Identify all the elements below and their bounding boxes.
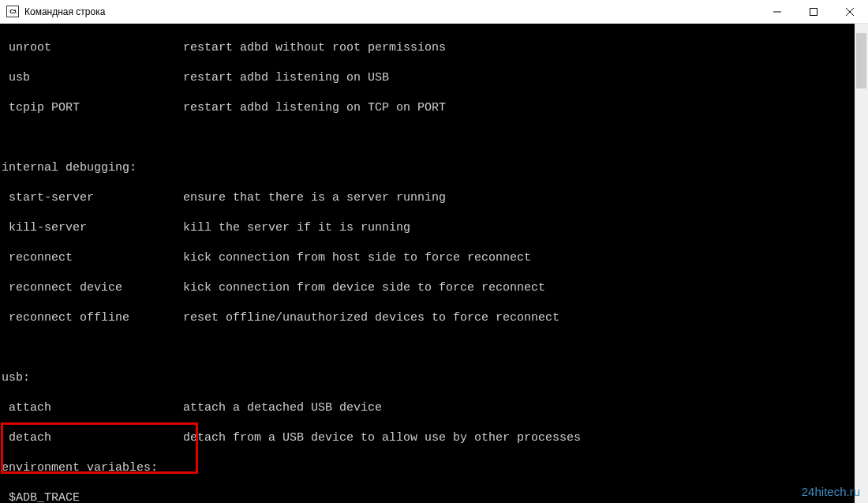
watermark: 24hitech.ru: [802, 485, 860, 498]
minimize-button[interactable]: [759, 0, 795, 23]
blank-line: [2, 130, 868, 145]
cmd-name: reconnect: [2, 250, 183, 265]
maximize-icon: [810, 8, 817, 16]
cmd-row: reconnect offlinereset offline/unauthori…: [2, 310, 868, 325]
maximize-button[interactable]: [795, 0, 832, 23]
window-controls: [759, 0, 868, 23]
window-title: Командная строка: [24, 6, 105, 17]
scrollbar-thumb[interactable]: [856, 33, 866, 88]
cmd-desc: restart adbd listening on USB: [183, 70, 389, 85]
terminal-output[interactable]: unrootrestart adbd without root permissi…: [0, 24, 868, 503]
blank-line: [2, 340, 868, 355]
cmd-desc: kick connection from device side to forc…: [183, 280, 545, 295]
vertical-scrollbar[interactable]: [855, 24, 868, 503]
cmd-name: tcpip PORT: [2, 100, 183, 115]
cmd-name: reconnect device: [2, 280, 183, 295]
cmd-desc: reset offline/unauthorized devices to fo…: [183, 310, 559, 325]
svg-rect-1: [810, 8, 817, 15]
cmd-row: usbrestart adbd listening on USB: [2, 70, 868, 85]
cmd-name: attach: [2, 400, 183, 415]
cmd-row: reconnectkick connection from host side …: [2, 250, 868, 265]
cmd-desc: detach from a USB device to allow use by…: [183, 430, 581, 445]
cmd-desc: attach a detached USB device: [183, 400, 382, 415]
cmd-row: start-serverensure that there is a serve…: [2, 190, 868, 205]
cmd-row: attachattach a detached USB device: [2, 400, 868, 415]
cmd-row: kill-serverkill the server if it is runn…: [2, 220, 868, 235]
cmd-desc: kick connection from host side to force …: [183, 250, 531, 265]
window-titlebar: C:\ Командная строка: [0, 0, 868, 24]
section-header: environment variables:: [2, 460, 868, 475]
cmd-row: detachdetach from a USB device to allow …: [2, 430, 868, 445]
section-header: usb:: [2, 370, 868, 385]
section-header: internal debugging:: [2, 160, 868, 175]
cmd-desc: ensure that there is a server running: [183, 190, 446, 205]
titlebar-left: C:\ Командная строка: [0, 6, 105, 17]
cmd-row: reconnect devicekick connection from dev…: [2, 280, 868, 295]
cmd-desc: kill the server if it is running: [183, 220, 410, 235]
close-icon: [846, 8, 854, 16]
cmd-name: unroot: [2, 40, 183, 55]
cmd-name: detach: [2, 430, 183, 445]
cmd-name: reconnect offline: [2, 310, 183, 325]
cmd-name: usb: [2, 70, 183, 85]
cmd-row: tcpip PORTrestart adbd listening on TCP …: [2, 100, 868, 115]
close-button[interactable]: [832, 0, 868, 23]
cmd-row: unrootrestart adbd without root permissi…: [2, 40, 868, 55]
cmd-desc: restart adbd listening on TCP on PORT: [183, 100, 446, 115]
cmd-name: start-server: [2, 190, 183, 205]
minimize-icon: [773, 8, 781, 16]
cmd-name: kill-server: [2, 220, 183, 235]
cmd-desc: restart adbd without root permissions: [183, 40, 446, 55]
env-var-line: $ADB_TRACE: [2, 490, 868, 503]
cmd-icon: C:\: [6, 6, 19, 17]
